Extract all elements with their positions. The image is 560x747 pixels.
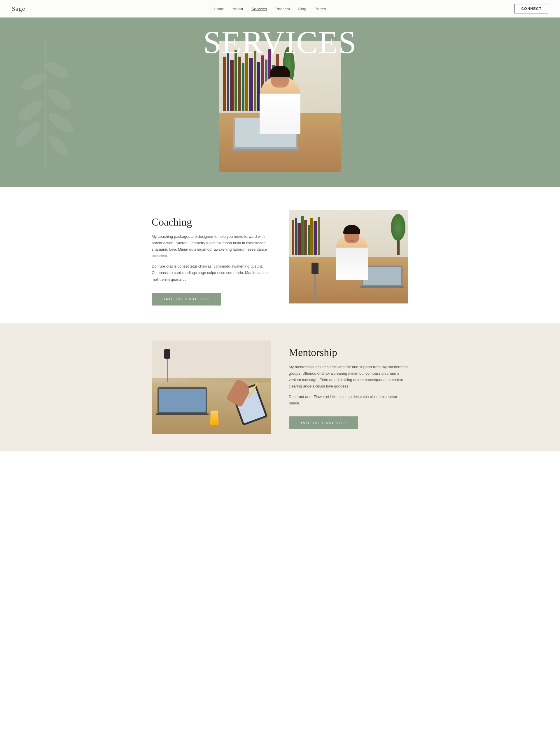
coaching-text: Coaching My coaching packages are design… — [152, 210, 271, 306]
book-3 — [230, 60, 234, 111]
svg-point-1 — [19, 70, 48, 93]
mentorship-phone — [164, 349, 170, 359]
nav-item-services[interactable]: Services — [251, 6, 267, 11]
connect-button[interactable]: CONNECT — [514, 4, 548, 14]
book-2 — [227, 53, 229, 111]
book-9 — [254, 51, 257, 111]
juice-glass — [210, 411, 219, 425]
coaching-body-2: Do irure oracle consectetur chakras, com… — [152, 263, 271, 282]
svg-point-3 — [12, 119, 44, 150]
coaching-image — [289, 210, 408, 304]
mentorship-body-2: Deserunt aute Flower of Life, spirit gui… — [289, 394, 408, 407]
mentorship-inner: Mentorship My mentorship includes time w… — [140, 340, 420, 434]
svg-point-5 — [45, 85, 75, 113]
coaching-inner: Coaching My coaching packages are design… — [140, 210, 420, 306]
book-5 — [238, 57, 241, 110]
person-figure — [260, 76, 300, 134]
mentorship-text: Mentorship My mentorship includes time w… — [289, 340, 408, 430]
coaching-section: Coaching My coaching packages are design… — [0, 187, 560, 323]
hero-content: SERVICES — [140, 18, 420, 172]
nav-item-home[interactable]: Home — [214, 6, 224, 11]
coaching-heading: Coaching — [152, 216, 271, 228]
mentorship-img-placeholder — [152, 340, 271, 434]
nav-item-podcast[interactable]: Podcast — [275, 6, 290, 11]
coaching-laptop — [362, 265, 402, 289]
book-7 — [245, 53, 248, 111]
mentorship-cta-button[interactable]: TAKE THE FIRST STEP — [289, 416, 358, 429]
svg-point-2 — [16, 97, 46, 125]
coaching-img-placeholder — [289, 210, 408, 304]
head — [271, 67, 289, 87]
hero-section: SERVICES — [0, 0, 560, 187]
coaching-head — [344, 226, 359, 243]
svg-point-6 — [46, 109, 77, 136]
coaching-person — [336, 233, 368, 280]
coaching-cta-button[interactable]: TAKE THE FIRST STEP — [152, 293, 221, 306]
leaf-decoration — [9, 23, 82, 169]
hero-title: SERVICES — [203, 26, 357, 58]
nav-item-blog[interactable]: Blog — [298, 6, 306, 11]
tripod — [306, 263, 324, 298]
mentorship-body-1: My mentorship includes time with me and … — [289, 364, 408, 390]
mentorship-image — [152, 340, 271, 434]
phone — [312, 263, 319, 274]
book-1 — [223, 57, 226, 110]
nav-item-pages[interactable]: Pages — [315, 6, 326, 11]
nav-item-about[interactable]: About — [233, 6, 243, 11]
coaching-body-1: My coaching packages are designed to hel… — [152, 233, 271, 259]
nav-links: Home About Services Podcast Blog Pages — [214, 6, 326, 11]
hero-image — [219, 41, 341, 172]
book-6 — [242, 63, 244, 110]
mentorship-section: Mentorship My mentorship includes time w… — [0, 323, 560, 452]
site-logo[interactable]: Sage — [12, 5, 25, 12]
mentorship-heading: Mentorship — [289, 346, 408, 359]
book-8 — [249, 58, 253, 111]
mentorship-laptop — [158, 387, 207, 416]
navigation: Sage Home About Services Podcast Blog Pa… — [0, 0, 560, 18]
svg-point-4 — [43, 58, 71, 82]
svg-point-7 — [45, 133, 71, 159]
